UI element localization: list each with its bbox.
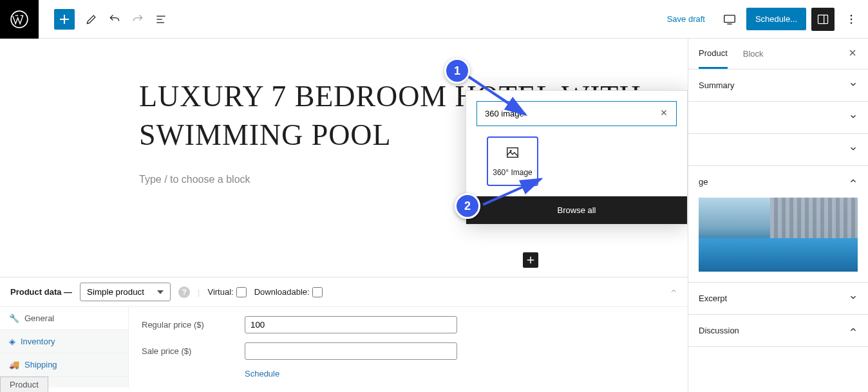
svg-rect-2 [818, 15, 828, 23]
inline-add-block-button[interactable] [523, 252, 538, 268]
chevron-down-icon [849, 144, 858, 155]
product-image-thumbnail[interactable] [699, 198, 858, 272]
panel-summary[interactable]: Summary [688, 70, 868, 102]
tab-inventory[interactable]: ◈Inventory [0, 330, 128, 353]
save-draft-link[interactable]: Save draft [659, 14, 713, 24]
downloadable-label: Downloadable: [254, 287, 310, 297]
annotation-arrow-1 [461, 64, 532, 122]
svg-rect-6 [507, 148, 518, 158]
svg-point-4 [851, 18, 853, 20]
virtual-label: Virtual: [207, 287, 233, 297]
tab-product[interactable]: Product [699, 39, 728, 69]
inventory-icon: ◈ [9, 337, 15, 346]
panel-image[interactable]: ge [688, 166, 868, 198]
options-menu-icon[interactable] [840, 8, 863, 31]
image-block-icon [491, 145, 534, 162]
chevron-down-icon [849, 293, 858, 304]
editor-canvas: LUXURY 7 BEDROOM HOTEL WITH SWIMMING POO… [0, 39, 688, 392]
svg-point-5 [851, 22, 853, 24]
settings-sidebar: Product Block Summary ge [688, 39, 868, 392]
close-sidebar-icon[interactable] [847, 48, 858, 60]
sale-price-label: Sale price ($) [142, 346, 206, 356]
bottom-tab-product[interactable]: Product [0, 377, 48, 392]
product-data-tabs: 🔧General ◈Inventory 🚚Shipping [0, 307, 129, 387]
truck-icon: 🚚 [9, 360, 19, 369]
tab-block[interactable]: Block [743, 40, 764, 68]
svg-point-3 [851, 14, 853, 16]
wrench-icon: 🔧 [9, 313, 19, 323]
product-type-select[interactable]: Simple product [80, 283, 171, 301]
chevron-down-icon [849, 112, 858, 123]
sidebar-toggle-button[interactable] [811, 8, 835, 31]
redo-icon[interactable] [126, 8, 149, 31]
panel-hidden-2[interactable] [688, 134, 868, 166]
downloadable-checkbox[interactable] [312, 287, 323, 297]
chevron-down-icon [849, 80, 858, 91]
tab-general[interactable]: 🔧General [0, 307, 128, 330]
svg-point-7 [510, 150, 512, 152]
regular-price-input[interactable] [245, 316, 457, 333]
tab-shipping[interactable]: 🚚Shipping [0, 353, 128, 377]
wp-logo[interactable] [0, 0, 39, 39]
sale-price-input[interactable] [245, 342, 457, 360]
virtual-checkbox[interactable] [236, 287, 247, 297]
panel-discussion[interactable]: Discussion [688, 315, 868, 347]
chevron-up-icon [849, 325, 858, 336]
help-icon[interactable]: ? [178, 286, 190, 298]
panel-excerpt[interactable]: Excerpt [688, 282, 868, 315]
edit-mode-icon[interactable] [80, 8, 103, 31]
add-block-button[interactable] [54, 9, 75, 30]
preview-icon[interactable] [718, 8, 741, 31]
annotation-badge-1: 1 [444, 58, 470, 84]
product-image-panel-body [688, 198, 868, 282]
svg-rect-1 [724, 15, 735, 22]
top-toolbar: Save draft Schedule... [0, 0, 868, 39]
panel-collapse-icon[interactable] [670, 287, 677, 297]
regular-price-label: Regular price ($) [142, 320, 206, 330]
annotation-badge-2: 2 [455, 193, 480, 219]
product-data-header: Product data — Simple product ? | Virtua… [0, 277, 688, 306]
chevron-up-icon [849, 176, 858, 187]
schedule-sale-link[interactable]: Schedule [245, 369, 675, 378]
document-overview-icon[interactable] [149, 8, 173, 31]
panel-hidden-1[interactable] [688, 102, 868, 134]
product-data-label: Product data — [10, 287, 72, 297]
schedule-button[interactable]: Schedule... [746, 8, 806, 30]
annotation-arrow-2 [478, 174, 549, 212]
undo-icon[interactable] [103, 8, 126, 31]
clear-search-icon[interactable] [659, 108, 668, 119]
